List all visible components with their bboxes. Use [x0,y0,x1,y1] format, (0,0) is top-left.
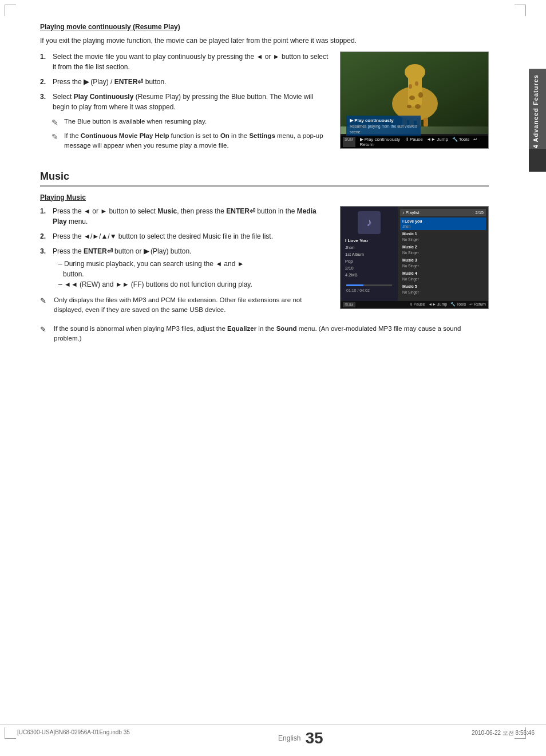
step-num-1: 1. [40,52,49,72]
tv-label: SUM [343,137,355,147]
tv-bottombar: SUM ▶ Play continuously ⏸ Pause ◄► Jump … [341,136,488,148]
svg-point-3 [405,64,425,80]
music-bottombar: SUM ⏸ Pause ◄► Jump 🔧 Tools ↩ Return [341,301,488,308]
music-section: Music Playing Music 1. Press the ◄ or ► … [40,171,489,344]
music-note-1: ✎ Only displays the files with MP3 and P… [40,295,329,315]
item-title-3: Music 3 [402,258,484,263]
song-genre: Pop [345,258,393,265]
song-title: I Love You [345,238,393,245]
step-num-2: 2. [40,77,49,87]
music-step-1: 1. Press the ◄ or ► button to select Mus… [40,206,329,227]
english-label: English [278,734,300,742]
movie-step-1: 1. Select the movie file you want to pla… [40,52,329,72]
progress-bar-bg [346,284,392,286]
svg-point-9 [415,81,418,86]
item-title-4: Music 4 [402,271,484,276]
movie-two-col: 1. Select the movie file you want to pla… [40,52,489,153]
note-pencil-2: ✎ [40,324,52,344]
music-screen-content: ♪ I Love You Jhon 1st Album Pop 2/10 4.2… [341,207,488,308]
music-step-num-1: 1. [40,206,49,227]
corner-tr [515,5,526,16]
movie-step-3: 3. Select Play Continuously (Resume Play… [40,92,329,112]
music-two-col: 1. Press the ◄ or ► button to select Mus… [40,206,489,319]
time-display: 01:10 / 04:02 [346,288,392,292]
music-subnote-1: – During music playback, you can search … [58,259,252,269]
overlay-title: ▶ Play continuously [350,117,417,124]
page-footer: [UC6300-USA]BN68-02956A-01Eng.indb 35 En… [0,724,546,747]
overlay-sub: Resumes playing from the last viewedscen… [350,124,417,135]
movie-screenshot-col: Movie 01.avi 00:04:03 / 09:07:38 ———————… [340,52,489,149]
page-number-area: English 35 [278,729,323,747]
music-step-text-1: Press the ◄ or ► button to select Music,… [53,206,329,227]
movie-section-title: Playing movie continuously (Resume Play) [40,23,489,31]
playing-music-title: Playing Music [40,193,489,201]
music-note-2: ✎ If the sound is abnormal when playing … [40,324,489,344]
music-note-icon: ♪ [358,211,381,234]
music-step-3: 3. Press the ENTER⏎ button or ▶ (Play) b… [40,246,329,290]
step-text-3: Select Play Continuously (Resume Play) b… [53,92,329,112]
svg-point-5 [418,92,423,98]
music-tv-screenshot: ♪ I Love You Jhon 1st Album Pop 2/10 4.2… [340,206,489,309]
movie-note-2: ✎ If the Continuous Movie Play Help func… [52,131,329,151]
song-track: 2/10 [345,265,393,272]
music-info: I Love You Jhon 1st Album Pop 2/10 4.2MB [345,238,393,279]
playlist-item-5: Music 5 No Singer [400,283,486,296]
music-step-text-2: Press the ◄/►/▲/▼ button to select the d… [53,231,273,242]
music-steps-col: 1. Press the ◄ or ► button to select Mus… [40,206,329,319]
movie-intro: If you exit the playing movie function, … [40,35,489,46]
music-step-2: 2. Press the ◄/►/▲/▼ button to select th… [40,231,329,242]
playlist-count: 2/15 [475,210,484,215]
movie-tv-screenshot: Movie 01.avi 00:04:03 / 09:07:38 ———————… [340,52,489,149]
music-subnote-2: – ◄◄ (REW) and ►► (FF) buttons do not fu… [58,279,252,290]
item-sub-2: No Singer [402,250,484,255]
music-steps-list: 1. Press the ◄ or ► button to select Mus… [40,206,329,290]
music-subnote-1b: button. [63,269,252,279]
note-icon-1: ✎ [52,117,62,129]
movie-step-2: 2. Press the ▶ (Play) / ENTER⏎ button. [40,77,329,87]
item-title-0: I Love you [402,219,484,224]
playlist-item-0: I Love you Jhon [400,217,486,231]
song-size: 4.2MB [345,272,393,279]
playlist-item-3: Music 3 No Singer [400,256,486,270]
item-sub-3: No Singer [402,263,484,268]
music-step-num-3: 3. [40,246,49,290]
music-label: SUM [343,302,355,307]
item-sub-0: Jhon [402,224,484,229]
step-text-2: Press the ▶ (Play) / ENTER⏎ button. [53,77,166,87]
svg-point-6 [407,105,412,108]
music-step-3-content: Press the ENTER⏎ button or ▶ (Play) butt… [53,246,252,290]
music-note-text-1: Only displays the files with MP3 and PCM… [54,295,329,315]
music-section-title: Music [40,171,489,187]
music-note-text-2: If the sound is abnormal when playing MP… [54,324,489,344]
playlist-header: ♪ Playlist 2/15 [400,209,486,216]
tv-overlay-box: ▶ Play continuously Resumes playing from… [346,116,421,137]
music-step-text-3: Press the ENTER⏎ button or ▶ (Play) butt… [53,247,191,255]
page-number: 35 [305,729,323,747]
main-content: Playing movie continuously (Resume Play)… [40,23,489,344]
music-notes: ✎ Only displays the files with MP3 and P… [40,295,329,315]
item-title-2: Music 2 [402,244,484,250]
note-icon-2: ✎ [52,131,62,151]
svg-point-8 [409,84,412,89]
item-sub-4: No Singer [402,276,484,282]
corner-tl [5,5,16,16]
page-container: 04 Advanced Features Playing movie conti… [0,0,546,756]
item-sub-5: No Singer [402,290,484,295]
song-artist: Jhon [345,244,393,251]
note-text-1: The Blue button is available when resumi… [64,117,207,129]
step-text-1: Select the movie file you want to play c… [53,52,329,72]
music-main-area: ♪ I Love You Jhon 1st Album Pop 2/10 4.2… [341,207,488,301]
side-tab: 04 Advanced Features [529,69,546,158]
song-album: 1st Album [345,251,393,258]
note-text-2: If the Continuous Movie Play Help functi… [64,131,329,151]
movie-section: Playing movie continuously (Resume Play)… [40,23,489,153]
side-tab-dark [529,149,546,172]
music-right-panel: ♪ Playlist 2/15 I Love you Jhon Music 1 [398,207,488,301]
item-title-5: Music 5 [402,284,484,290]
music-step-num-2: 2. [40,231,49,242]
music-progress: 01:10 / 04:02 [346,282,392,292]
music-left-panel: ♪ I Love You Jhon 1st Album Pop 2/10 4.2… [341,207,398,301]
music-step-3-subnotes: – During music playback, you can search … [53,259,252,290]
progress-bar-fill [346,284,363,286]
svg-point-7 [415,104,421,109]
